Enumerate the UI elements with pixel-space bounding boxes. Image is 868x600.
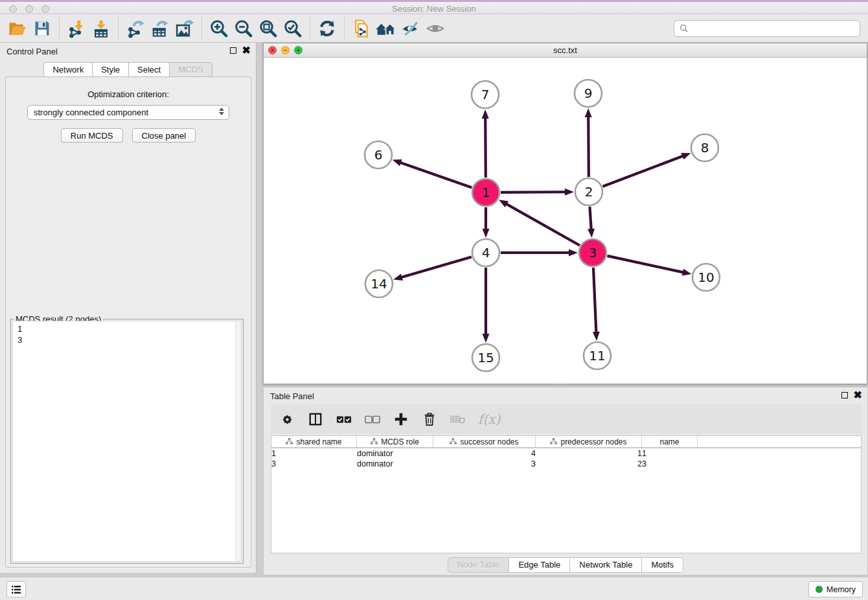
export-table-icon[interactable]: [148, 16, 172, 41]
close-panel-icon[interactable]: ✖: [242, 47, 251, 54]
control-tab-mcds[interactable]: MCDS: [170, 62, 212, 77]
table-row[interactable]: 3dominator323: [271, 459, 861, 469]
table-tab-motifs[interactable]: Motifs: [642, 557, 683, 573]
save-session-icon[interactable]: [30, 16, 54, 41]
hide-selected-icon[interactable]: [398, 16, 423, 41]
graph-node-label: 14: [371, 276, 387, 292]
graph-edge-arrowhead: [593, 332, 600, 341]
deselect-all-columns-icon[interactable]: [364, 411, 381, 428]
graph-edge-4-14[interactable]: [402, 257, 472, 277]
table-header-row: shared nameMCDS rolesuccessor nodesprede…: [271, 436, 861, 448]
function-builder-icon[interactable]: f(x): [478, 411, 500, 428]
network-window-titlebar[interactable]: × − + scc.txt: [264, 43, 867, 58]
table-tab-network-table[interactable]: Network Table: [570, 557, 642, 573]
table-tab-edge-table[interactable]: Edge Table: [509, 557, 570, 573]
show-hidden-icon[interactable]: [423, 16, 448, 41]
graph-edge-3-1[interactable]: [506, 204, 580, 246]
delete-table-icon[interactable]: [450, 411, 466, 428]
control-tab-network[interactable]: Network: [43, 62, 93, 77]
search-field[interactable]: [674, 20, 860, 37]
column-header-shared-name[interactable]: shared name: [271, 436, 357, 447]
search-icon: [680, 24, 689, 33]
table-cell: dominator: [357, 448, 433, 459]
graph-node-label: 3: [589, 245, 597, 260]
table-cell: dominator: [357, 459, 433, 469]
graph-edge-3-11[interactable]: [593, 268, 596, 332]
float-panel-icon[interactable]: [230, 47, 236, 54]
status-bar: Memory: [0, 577, 868, 600]
network-view-window: × − + scc.txt 7968124314101511: [263, 43, 867, 384]
mcds-result-lines: 13: [13, 321, 241, 347]
memory-button[interactable]: Memory: [808, 581, 863, 597]
table-row[interactable]: 1dominator411: [271, 448, 861, 459]
graph-node-label: 15: [477, 350, 494, 365]
column-header-successor-nodes[interactable]: successor nodes: [433, 436, 536, 447]
result-scrollbar[interactable]: [235, 321, 241, 561]
graph-edge-2-9[interactable]: [588, 117, 589, 177]
open-session-icon[interactable]: [5, 16, 30, 41]
optimization-criterion-select[interactable]: strongly connected component: [27, 105, 229, 120]
column-header-name[interactable]: name: [642, 436, 698, 447]
graph-edge-arrowhead: [569, 249, 578, 257]
toolbar-separator: [118, 17, 119, 40]
table-panel-title: Table Panel: [270, 391, 314, 401]
first-neighbors-icon[interactable]: [374, 16, 398, 41]
import-table-from-file-icon[interactable]: [89, 16, 113, 41]
zoom-selected-region-icon[interactable]: [280, 16, 305, 41]
table-cell: 1: [536, 448, 642, 459]
zoom-out-icon[interactable]: [231, 16, 256, 41]
export-network-icon[interactable]: [123, 16, 148, 41]
graph-edge-arrowhead: [565, 189, 574, 196]
delete-column-icon[interactable]: [421, 411, 438, 428]
network-window-title: scc.txt: [264, 45, 867, 55]
table-panel: Table Panel ✖ f(x) shared nameMCDS rol: [263, 387, 868, 575]
new-network-from-selection-icon[interactable]: [349, 16, 374, 41]
float-table-panel-icon[interactable]: [841, 392, 848, 398]
zoom-in-icon[interactable]: [207, 16, 231, 41]
close-panel-button[interactable]: Close panel: [132, 128, 196, 143]
graph-edge-3-10[interactable]: [607, 256, 683, 272]
list-icon: [11, 585, 21, 594]
graph-edge-2-3[interactable]: [589, 207, 591, 229]
graph-edge-arrowhead: [482, 110, 489, 119]
task-history-button[interactable]: [6, 581, 26, 597]
graph-node-label: 9: [584, 86, 593, 101]
graph-edge-1-7[interactable]: [485, 118, 486, 178]
column-header-MCDS-role[interactable]: MCDS role: [357, 436, 433, 447]
splitpane-divider-handle[interactable]: [552, 383, 566, 386]
graph-edge-arrowhead: [499, 200, 508, 207]
column-header-predecessor-nodes[interactable]: predecessor nodes: [536, 436, 642, 447]
control-panel-tabs: NetworkStyleSelectMCDS: [0, 62, 256, 77]
export-image-icon[interactable]: [172, 16, 197, 41]
network-canvas[interactable]: 7968124314101511: [264, 58, 867, 384]
apply-preferred-layout-icon[interactable]: [315, 16, 339, 41]
toolbar-separator: [344, 17, 345, 40]
graph-edge-2-8[interactable]: [603, 156, 683, 187]
column-settings-icon[interactable]: [279, 411, 295, 428]
network-graph[interactable]: 7968124314101511: [264, 58, 867, 384]
select-all-columns-icon[interactable]: [336, 411, 352, 428]
graph-node-label: 11: [589, 348, 605, 363]
graph-edge-arrowhead: [483, 334, 490, 343]
close-table-panel-icon[interactable]: ✖: [854, 392, 862, 398]
mcds-result-line: 3: [17, 334, 236, 345]
toolbar-separator: [201, 17, 202, 40]
run-mcds-button[interactable]: Run MCDS: [61, 128, 123, 143]
import-network-from-file-icon[interactable]: [64, 16, 89, 41]
graph-node-label: 8: [701, 140, 709, 156]
graph-edge-1-2[interactable]: [501, 192, 565, 192]
table-tab-node-table[interactable]: Node Table: [448, 557, 510, 573]
node-table[interactable]: shared nameMCDS rolesuccessor nodesprede…: [271, 435, 862, 553]
graph-edge-arrowhead: [588, 229, 595, 238]
table-cell: 3: [271, 459, 357, 469]
graph-edge-1-6[interactable]: [400, 163, 472, 188]
control-tab-select[interactable]: Select: [129, 62, 170, 77]
toolbar-separator: [310, 17, 310, 40]
column-chooser-icon[interactable]: [307, 411, 324, 428]
control-tab-style[interactable]: Style: [93, 62, 129, 77]
toolbar-separator: [59, 17, 60, 40]
add-column-icon[interactable]: [393, 411, 409, 428]
zoom-fit-content-icon[interactable]: [256, 16, 280, 41]
search-input[interactable]: [689, 24, 851, 34]
mcds-result-textarea[interactable]: 13: [12, 321, 242, 562]
